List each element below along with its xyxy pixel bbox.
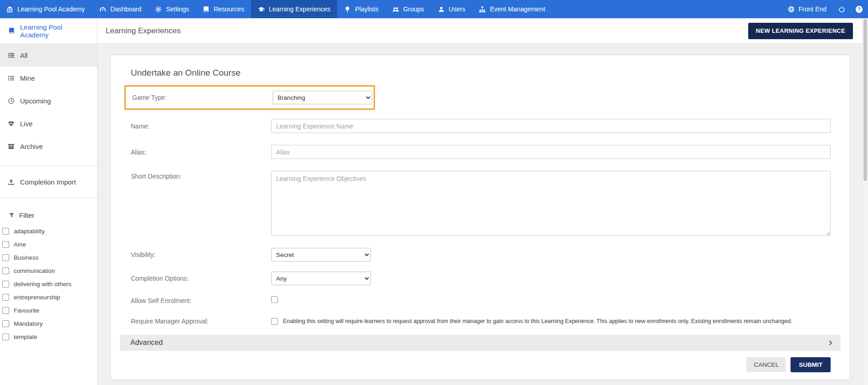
sitemap-icon — [479, 6, 486, 13]
require-manager-approval-help-text: Enabling this setting will require learn… — [283, 318, 792, 326]
short-description-textarea[interactable] — [271, 171, 831, 236]
advanced-section-toggle[interactable]: Advanced — [120, 335, 841, 351]
game-type-row-highlighted: Game Type: Branching — [124, 85, 375, 110]
nav-label: Playlists — [355, 5, 378, 13]
academy-bank-icon — [6, 6, 13, 13]
filter-checkbox[interactable] — [2, 241, 9, 248]
book-icon — [8, 27, 15, 34]
brand-link[interactable]: Learning Pool Academy — [0, 0, 92, 18]
short-description-label: Short Description: — [131, 171, 271, 180]
nav-label: Settings — [166, 5, 189, 13]
power-icon — [838, 6, 845, 13]
filter-checkbox[interactable] — [2, 267, 9, 274]
nav-item-dashboard[interactable]: Dashboard — [92, 0, 149, 18]
dashboard-icon — [99, 6, 106, 13]
filter-option-label: Aine — [14, 241, 26, 248]
globe-icon — [788, 6, 795, 13]
nav-item-learning-experiences[interactable]: Learning Experiences — [251, 0, 337, 18]
form-title: Undertake an Online Course — [131, 68, 831, 78]
filter-checkbox[interactable] — [2, 320, 9, 327]
scrollbar-thumb[interactable] — [863, 19, 867, 181]
sidebar-academy-link[interactable]: Learning Pool Academy — [0, 18, 97, 44]
filter-option-aine[interactable]: Aine — [0, 238, 97, 251]
sidebar: Learning Pool Academy All Mine Upcoming … — [0, 18, 98, 385]
filter-option-label: adaptability — [14, 228, 45, 235]
alias-input[interactable] — [271, 145, 831, 159]
filter-checkbox[interactable] — [2, 334, 9, 340]
short-description-row: Short Description: — [131, 171, 831, 236]
settings-gear-icon — [155, 6, 162, 13]
name-input[interactable] — [271, 119, 831, 133]
nav-label: Groups — [403, 5, 424, 13]
filter-option-mandatory[interactable]: Mandatory — [0, 317, 97, 330]
archive-box-icon — [8, 143, 15, 150]
filter-checkbox[interactable] — [2, 307, 9, 314]
sidebar-item-label: Upcoming — [20, 97, 51, 105]
require-manager-approval-checkbox[interactable] — [271, 318, 278, 325]
nav-item-settings[interactable]: Settings — [148, 0, 196, 18]
filter-option-entrepreneurship[interactable]: entrepreneurship — [0, 291, 97, 304]
sidebar-item-completion-import[interactable]: Completion Import — [0, 170, 97, 193]
require-manager-approval-label: Require Manager Approval: — [131, 318, 271, 325]
cancel-button[interactable]: CANCEL — [746, 357, 786, 372]
visibility-select[interactable]: Secret — [271, 248, 371, 262]
sidebar-item-mine[interactable]: Mine — [0, 67, 97, 89]
sidebar-item-upcoming[interactable]: Upcoming — [0, 89, 97, 112]
graduation-cap-icon — [258, 6, 265, 13]
filter-option-delivering-with-others[interactable]: delivering with others — [0, 277, 97, 291]
logout-power-button[interactable] — [833, 0, 850, 18]
filter-option-template[interactable]: template — [0, 330, 97, 344]
list-icon — [8, 52, 15, 59]
front-end-link[interactable]: Front End — [781, 0, 833, 18]
filter-checkbox[interactable] — [2, 281, 9, 287]
help-button[interactable]: ? — [850, 0, 868, 18]
completion-options-label: Completion Options: — [131, 275, 271, 282]
sidebar-academy-label: Learning Pool Academy — [20, 23, 89, 39]
filter-option-communication[interactable]: communication — [0, 264, 97, 277]
nav-item-playlists[interactable]: Playlists — [337, 0, 385, 18]
sidebar-item-all[interactable]: All — [0, 44, 97, 67]
sidebar-item-archive[interactable]: Archive — [0, 135, 97, 158]
nav-spacer — [552, 0, 781, 18]
brand-label: Learning Pool Academy — [17, 5, 85, 13]
vertical-scrollbar[interactable] — [862, 18, 868, 385]
game-type-label: Game Type: — [132, 94, 272, 101]
new-learning-experience-button[interactable]: NEW LEARNING EXPERIENCE — [748, 23, 853, 39]
sidebar-item-label: Mine — [20, 74, 35, 82]
heart-pulse-icon — [8, 120, 15, 127]
sidebar-item-label: Archive — [20, 143, 43, 150]
filter-option-favourite[interactable]: Favourite — [0, 304, 97, 317]
sidebar-item-live[interactable]: Live — [0, 112, 97, 135]
alias-label: Alias: — [131, 149, 271, 156]
filter-option-label: Favourite — [14, 307, 39, 314]
sidebar-item-label: All — [20, 51, 28, 59]
allow-self-enrolment-checkbox[interactable] — [271, 296, 278, 303]
funnel-icon — [9, 212, 15, 218]
filter-option-business[interactable]: Business — [0, 251, 97, 264]
allow-self-enrolment-row: Allow Self Enrolment: — [131, 296, 831, 305]
completion-options-select[interactable]: Any — [271, 272, 371, 285]
visibility-row: Visibility: Secret — [131, 248, 831, 262]
clock-icon — [8, 98, 15, 104]
filter-option-label: entrepreneurship — [14, 294, 60, 301]
sidebar-item-label: Completion Import — [20, 178, 76, 186]
nav-item-resources[interactable]: Resources — [196, 0, 251, 18]
user-icon — [438, 6, 445, 13]
nav-item-users[interactable]: Users — [431, 0, 473, 18]
nav-item-groups[interactable]: Groups — [385, 0, 431, 18]
form-body: Undertake an Online Course Game Type: Br… — [111, 55, 850, 326]
visibility-label: Visibility: — [131, 251, 271, 258]
filter-option-adaptability[interactable]: adaptability — [0, 225, 97, 238]
name-row: Name: — [131, 119, 831, 133]
filter-option-label: Mandatory — [14, 320, 43, 327]
filter-checkbox[interactable] — [2, 228, 9, 235]
nav-item-event-management[interactable]: Event Management — [472, 0, 552, 18]
game-type-select[interactable]: Branching — [272, 91, 372, 104]
submit-button[interactable]: SUBMIT — [791, 357, 831, 372]
completion-import-section: Completion Import — [0, 166, 97, 198]
filter-option-label: delivering with others — [14, 281, 72, 287]
filter-checkbox[interactable] — [2, 254, 9, 261]
filter-checkbox[interactable] — [2, 294, 9, 301]
chevron-right-icon — [828, 340, 834, 346]
front-end-label: Front End — [799, 5, 827, 13]
